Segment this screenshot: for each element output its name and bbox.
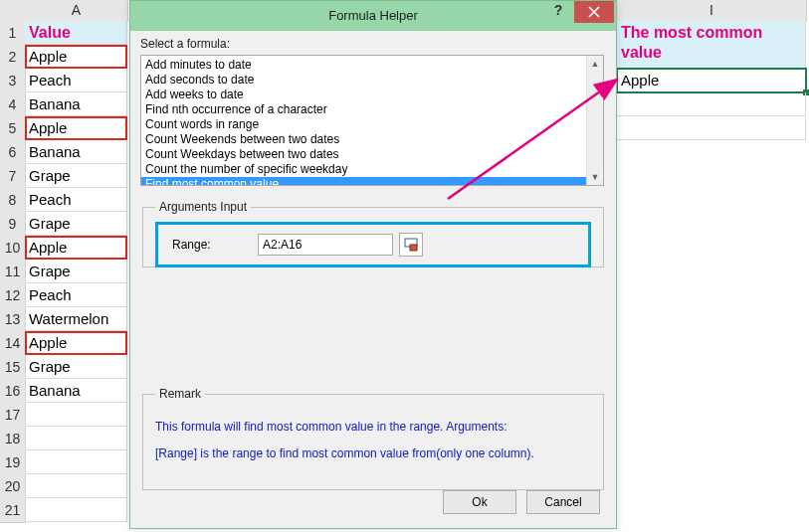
cell-A15[interactable]: Grape xyxy=(25,355,127,379)
row-header[interactable]: 12 xyxy=(0,283,26,308)
arguments-legend: Arguments Input xyxy=(155,200,251,214)
cell-A13[interactable]: Watermelon xyxy=(25,307,127,331)
formula-item[interactable]: Count the number of specific weekday xyxy=(145,162,599,177)
remark-line1: This formula will find most common value… xyxy=(155,419,591,436)
range-input[interactable] xyxy=(258,234,393,256)
range-picker-icon xyxy=(404,238,418,252)
remark-line2: [Range] is the range to find most common… xyxy=(155,445,591,462)
formula-item[interactable]: Find nth occurrence of a character xyxy=(145,102,599,117)
formula-item[interactable]: Count words in range xyxy=(145,117,599,132)
row-header[interactable]: 20 xyxy=(0,474,26,499)
cell-A18[interactable] xyxy=(25,427,127,450)
cell-A16[interactable]: Banana xyxy=(25,379,127,403)
formula-item-selected[interactable]: Find most common value xyxy=(141,177,603,186)
formula-listbox[interactable]: Add minutes to date Add seconds to date … xyxy=(140,55,604,186)
cell-A21[interactable] xyxy=(25,498,127,522)
formula-helper-dialog: Formula Helper ? Select a formula: Add m… xyxy=(129,0,617,529)
row-header[interactable]: 16 xyxy=(0,379,26,404)
formula-item[interactable]: Add seconds to date xyxy=(145,73,599,88)
row-header[interactable]: 18 xyxy=(0,427,26,451)
select-all-corner[interactable] xyxy=(0,0,26,22)
cell-A3[interactable]: Peach xyxy=(25,69,127,92)
col-header-I[interactable]: I xyxy=(617,0,807,22)
cell-I3[interactable] xyxy=(617,92,806,116)
formula-item[interactable]: Count Weekends between two dates xyxy=(145,132,599,147)
cell-A5[interactable]: Apple xyxy=(25,116,127,140)
dialog-title: Formula Helper xyxy=(328,8,418,23)
listbox-scrollbar[interactable]: ▲ ▼ xyxy=(586,56,603,185)
select-formula-label: Select a formula: xyxy=(140,37,606,51)
cancel-button[interactable]: Cancel xyxy=(526,490,600,514)
cell-A12[interactable]: Peach xyxy=(25,283,127,307)
row-header[interactable]: 21 xyxy=(0,498,26,523)
row-header[interactable]: 1 xyxy=(0,21,26,46)
row-header[interactable]: 15 xyxy=(0,355,26,380)
scroll-down-icon[interactable]: ▼ xyxy=(587,169,603,185)
row-header[interactable]: 8 xyxy=(0,188,26,213)
cell-A4[interactable]: Banana xyxy=(25,92,127,116)
close-button[interactable] xyxy=(574,1,614,23)
row-header[interactable]: 11 xyxy=(0,260,26,284)
dialog-titlebar[interactable]: Formula Helper ? xyxy=(130,1,616,31)
row-header[interactable]: 9 xyxy=(0,212,26,237)
range-picker-button[interactable] xyxy=(399,233,423,257)
cell-A6[interactable]: Banana xyxy=(25,140,127,164)
cell-A9[interactable]: Grape xyxy=(25,212,127,236)
row-header[interactable]: 2 xyxy=(0,45,26,70)
col-header-A[interactable]: A xyxy=(25,0,128,22)
row-header[interactable]: 17 xyxy=(0,403,26,428)
cell-A11[interactable]: Grape xyxy=(25,260,127,283)
ok-button[interactable]: Ok xyxy=(443,490,516,514)
col-A-header-cell[interactable]: Value xyxy=(25,21,127,45)
cell-A17[interactable] xyxy=(25,403,127,427)
cell-A7[interactable]: Grape xyxy=(25,164,127,188)
row-header[interactable]: 10 xyxy=(0,236,26,261)
cell-I4[interactable] xyxy=(617,116,806,140)
cell-A14[interactable]: Apple xyxy=(25,331,127,355)
row-header[interactable]: 7 xyxy=(0,164,26,189)
scroll-up-icon[interactable]: ▲ xyxy=(587,56,603,72)
remark-fieldset: Remark This formula will find most commo… xyxy=(142,387,604,490)
row-header[interactable]: 19 xyxy=(0,450,26,475)
svg-rect-1 xyxy=(410,245,417,251)
row-header[interactable]: 5 xyxy=(0,116,26,141)
formula-item[interactable]: Count Weekdays between two dates xyxy=(145,147,599,162)
cell-A2[interactable]: Apple xyxy=(25,45,127,69)
help-button[interactable]: ? xyxy=(540,1,576,23)
cell-A19[interactable] xyxy=(25,450,127,474)
row-header[interactable]: 4 xyxy=(0,92,26,117)
remark-legend: Remark xyxy=(155,387,205,401)
cell-A10[interactable]: Apple xyxy=(25,236,127,260)
formula-item[interactable]: Add minutes to date xyxy=(145,58,599,73)
cell-A20[interactable] xyxy=(25,474,127,498)
result-cell[interactable]: Apple xyxy=(617,69,806,92)
row-header[interactable]: 14 xyxy=(0,331,26,356)
cell-A8[interactable]: Peach xyxy=(25,188,127,212)
arguments-highlight-box: Range: xyxy=(155,222,591,267)
arguments-fieldset: Arguments Input Range: xyxy=(142,200,604,267)
result-header-cell[interactable]: The most common value xyxy=(617,21,806,69)
close-icon xyxy=(588,6,600,18)
formula-item[interactable]: Add weeks to date xyxy=(145,88,599,102)
row-header[interactable]: 3 xyxy=(0,69,26,93)
row-header[interactable]: 6 xyxy=(0,140,26,165)
row-header[interactable]: 13 xyxy=(0,307,26,332)
range-label: Range: xyxy=(172,238,252,252)
